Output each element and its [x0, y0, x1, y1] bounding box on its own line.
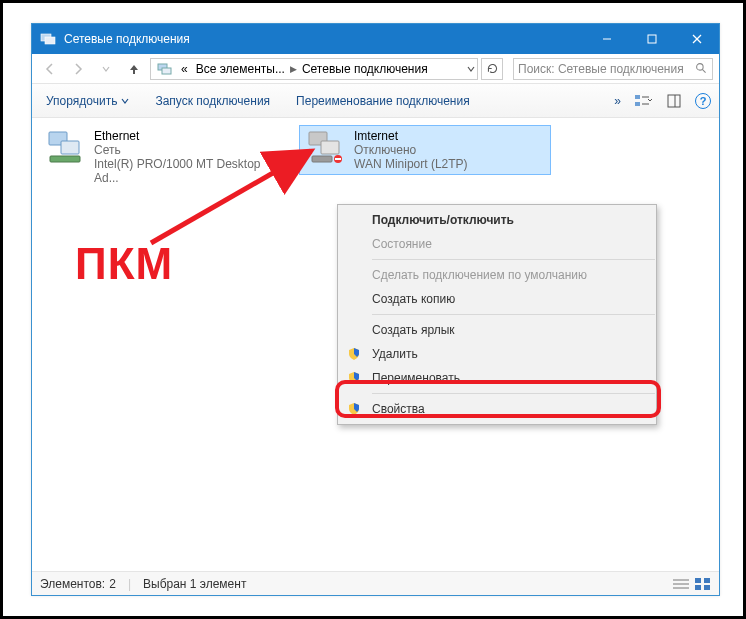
menu-create-shortcut[interactable]: Создать ярлык — [338, 318, 656, 342]
menu-create-copy[interactable]: Создать копию — [338, 287, 656, 311]
svg-rect-30 — [704, 585, 710, 590]
menu-separator — [372, 314, 655, 315]
svg-rect-7 — [162, 68, 171, 74]
chevron-right-icon[interactable]: » — [614, 94, 621, 108]
navigation-row: « Все элементы... ▶ Сетевые подключения … — [32, 54, 719, 84]
menu-delete[interactable]: Удалить — [338, 342, 656, 366]
svg-rect-10 — [635, 95, 640, 99]
menu-separator — [372, 393, 655, 394]
command-bar: Упорядочить Запуск подключения Переимено… — [32, 84, 719, 118]
status-bar: Элементов: 2 | Выбран 1 элемент — [32, 571, 719, 595]
menu-set-default: Сделать подключением по умолчанию — [338, 263, 656, 287]
back-button[interactable] — [38, 57, 62, 81]
shield-icon — [346, 346, 362, 362]
help-button[interactable]: ? — [695, 93, 711, 109]
svg-rect-20 — [321, 141, 339, 154]
svg-rect-11 — [635, 102, 640, 106]
start-connection-label: Запуск подключения — [155, 94, 270, 108]
connection-status: Отключено — [354, 143, 468, 157]
svg-rect-29 — [695, 585, 701, 590]
window-frame: Сетевые подключения « Все элементы... ▶ … — [31, 23, 720, 596]
shield-icon — [346, 370, 362, 386]
connection-item-ethernet[interactable]: Ethernet Сеть Intel(R) PRO/1000 MT Deskt… — [40, 126, 290, 188]
breadcrumb-network-connections[interactable]: Сетевые подключения — [298, 59, 432, 79]
svg-rect-14 — [668, 95, 680, 107]
svg-rect-17 — [61, 141, 79, 154]
chevron-down-icon — [121, 97, 129, 105]
network-adapter-icon — [46, 129, 86, 165]
svg-rect-18 — [50, 156, 80, 162]
network-adapter-icon — [306, 129, 346, 165]
menu-connect-disconnect[interactable]: Подключить/отключить — [338, 208, 656, 232]
window-title: Сетевые подключения — [64, 32, 584, 46]
organize-label: Упорядочить — [46, 94, 117, 108]
network-connections-icon — [40, 31, 56, 47]
rename-connection-label: Переименование подключения — [296, 94, 470, 108]
rename-connection-button[interactable]: Переименование подключения — [290, 90, 476, 112]
address-icon — [153, 59, 177, 79]
item-count-label: Элементов: — [40, 577, 105, 591]
view-options-button[interactable] — [635, 94, 653, 108]
menu-rename[interactable]: Переименовать — [338, 366, 656, 390]
svg-point-8 — [697, 64, 704, 71]
svg-rect-21 — [312, 156, 332, 162]
preview-pane-button[interactable] — [667, 94, 681, 108]
svg-rect-28 — [704, 578, 710, 583]
large-icons-view-button[interactable] — [695, 578, 711, 590]
item-count-value: 2 — [109, 577, 116, 591]
up-button[interactable] — [122, 57, 146, 81]
svg-rect-1 — [45, 37, 55, 44]
search-placeholder: Поиск: Сетевые подключения — [518, 62, 684, 76]
address-bar[interactable]: « Все элементы... ▶ Сетевые подключения — [150, 58, 478, 80]
connection-name: Imternet — [354, 129, 468, 143]
minimize-button[interactable] — [584, 24, 629, 54]
breadcrumb-all-items[interactable]: Все элементы... — [192, 59, 289, 79]
close-button[interactable] — [674, 24, 719, 54]
search-icon[interactable] — [695, 62, 708, 75]
breadcrumb-prefix[interactable]: « — [177, 59, 192, 79]
selection-text: Выбран 1 элемент — [143, 577, 246, 591]
svg-rect-23 — [335, 158, 341, 160]
chevron-right-icon[interactable]: ▶ — [289, 64, 298, 74]
details-view-button[interactable] — [673, 578, 689, 590]
forward-button[interactable] — [66, 57, 90, 81]
start-connection-button[interactable]: Запуск подключения — [149, 90, 276, 112]
menu-separator — [372, 259, 655, 260]
refresh-button[interactable] — [481, 58, 503, 80]
titlebar[interactable]: Сетевые подключения — [32, 24, 719, 54]
connection-device: WAN Miniport (L2TP) — [354, 157, 468, 171]
connection-device: Intel(R) PRO/1000 MT Desktop Ad... — [94, 157, 284, 185]
search-input[interactable]: Поиск: Сетевые подключения — [513, 58, 713, 80]
maximize-button[interactable] — [629, 24, 674, 54]
connection-name: Ethernet — [94, 129, 284, 143]
recent-dropdown[interactable] — [94, 57, 118, 81]
menu-status: Состояние — [338, 232, 656, 256]
address-dropdown-icon[interactable] — [467, 65, 475, 73]
svg-rect-3 — [648, 35, 656, 43]
connection-status: Сеть — [94, 143, 284, 157]
svg-line-9 — [702, 69, 705, 72]
menu-properties[interactable]: Свойства — [338, 397, 656, 421]
connection-item-internet[interactable]: Imternet Отключено WAN Miniport (L2TP) — [300, 126, 550, 174]
shield-icon — [346, 401, 362, 417]
svg-rect-27 — [695, 578, 701, 583]
context-menu: Подключить/отключить Состояние Сделать п… — [337, 204, 657, 425]
organize-button[interactable]: Упорядочить — [40, 90, 135, 112]
